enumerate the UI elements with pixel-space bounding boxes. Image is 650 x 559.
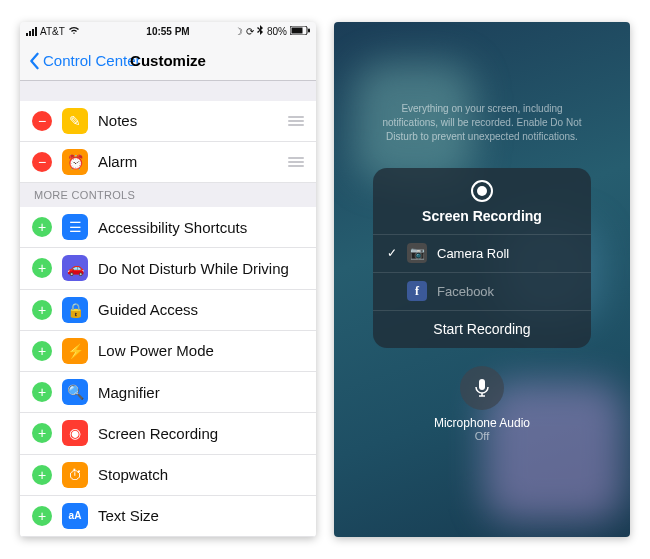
row-label: Accessibility Shortcuts [98,219,304,236]
battery-icon [290,26,310,37]
drag-handle-icon[interactable] [288,116,304,126]
facebook-icon: f [407,281,427,301]
record-icon: ◉ [62,420,88,446]
orientation-lock-icon: ⟳ [246,26,254,37]
start-recording-button[interactable]: Start Recording [373,310,591,348]
row-label: Alarm [98,153,278,170]
camera-icon: 📷 [407,243,427,263]
record-circle-icon [471,180,493,202]
sheet-header: Screen Recording [373,168,591,234]
more-row-screen-recording[interactable]: + ◉ Screen Recording [20,413,316,454]
sheet-title: Screen Recording [373,208,591,224]
svg-rect-3 [479,379,485,390]
destination-label: Facebook [437,284,494,299]
add-icon[interactable]: + [32,217,52,237]
nav-bar: Control Center Customize [20,42,316,81]
microphone-control: Microphone Audio Off [434,366,530,442]
car-icon: 🚗 [62,255,88,281]
drag-handle-icon[interactable] [288,157,304,167]
stopwatch-icon: ⏱ [62,462,88,488]
battery-low-icon: ⚡ [62,338,88,364]
lock-icon: 🔒 [62,297,88,323]
microphone-icon [474,378,490,398]
clock: 10:55 PM [146,26,189,37]
add-icon[interactable]: + [32,258,52,278]
start-label: Start Recording [433,321,530,337]
row-label: Do Not Disturb While Driving [98,260,304,277]
page-title: Customize [130,52,206,69]
add-icon[interactable]: + [32,465,52,485]
more-row-guided-access[interactable]: + 🔒 Guided Access [20,290,316,331]
destination-camera-roll[interactable]: ✓ 📷 Camera Roll [373,234,591,272]
destination-label: Camera Roll [437,246,509,261]
row-label: Low Power Mode [98,342,304,359]
more-row-low-power[interactable]: + ⚡ Low Power Mode [20,331,316,372]
checkmark-icon: ✓ [387,246,397,260]
more-row-magnifier[interactable]: + 🔍 Magnifier [20,372,316,413]
back-button[interactable]: Control Center [28,52,141,70]
row-label: Notes [98,112,278,129]
included-row-alarm[interactable]: − ⏰ Alarm [20,142,316,183]
more-row-stopwatch[interactable]: + ⏱ Stopwatch [20,455,316,496]
screen-recording-sheet-screen: Everything on your screen, including not… [334,22,630,537]
microphone-toggle[interactable] [460,366,504,410]
section-header-more: MORE CONTROLS [20,183,316,207]
row-label: Stopwatch [98,466,304,483]
included-row-notes[interactable]: − ✎ Notes [20,101,316,142]
row-label: Text Size [98,507,304,524]
back-label: Control Center [43,52,141,69]
remove-icon[interactable]: − [32,152,52,172]
row-label: Screen Recording [98,425,304,442]
destination-facebook[interactable]: f Facebook [373,272,591,310]
add-icon[interactable]: + [32,300,52,320]
svg-rect-1 [292,28,303,34]
alarm-icon: ⏰ [62,149,88,175]
add-icon[interactable]: + [32,382,52,402]
add-icon[interactable]: + [32,423,52,443]
row-label: Guided Access [98,301,304,318]
magnifier-icon: 🔍 [62,379,88,405]
more-row-text-size[interactable]: + aA Text Size [20,496,316,537]
settings-customize-screen: AT&T 10:55 PM ☽ ⟳ 80% Control Center Cus… [20,22,316,537]
row-label: Magnifier [98,384,304,401]
mic-state: Off [434,430,530,442]
text-size-icon: aA [62,503,88,529]
signal-icon [26,27,37,36]
screen-recording-sheet: Screen Recording ✓ 📷 Camera Roll f Faceb… [373,168,591,348]
more-row-accessibility[interactable]: + ☰ Accessibility Shortcuts [20,207,316,248]
add-icon[interactable]: + [32,506,52,526]
mic-label: Microphone Audio [434,416,530,430]
bluetooth-icon [257,25,264,38]
accessibility-icon: ☰ [62,214,88,240]
svg-rect-2 [308,29,310,33]
dnd-icon: ☽ [234,26,243,37]
battery-percent: 80% [267,26,287,37]
wifi-icon [68,26,80,37]
remove-icon[interactable]: − [32,111,52,131]
status-bar: AT&T 10:55 PM ☽ ⟳ 80% [20,22,316,42]
notes-icon: ✎ [62,108,88,134]
carrier-label: AT&T [40,26,65,37]
add-icon[interactable]: + [32,341,52,361]
more-row-dnd-driving[interactable]: + 🚗 Do Not Disturb While Driving [20,248,316,289]
